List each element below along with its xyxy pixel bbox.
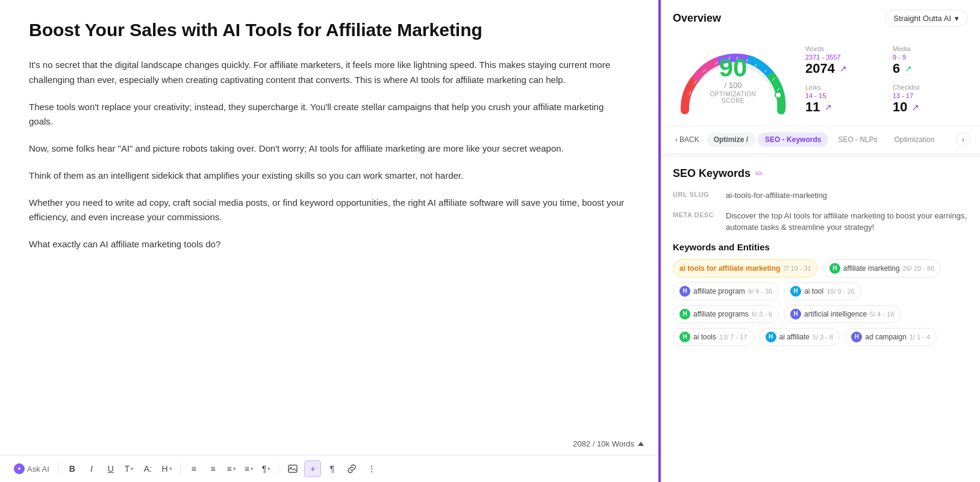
align-left-button[interactable]: ≡	[186, 460, 202, 477]
word-count-chevron[interactable]	[638, 442, 644, 446]
kw-text: ai tools for affiliate marketing	[679, 264, 780, 273]
links-range: 14 - 15	[805, 92, 881, 99]
keyword-chip-2[interactable]: Haffiliate program 9/ 9 - 36	[673, 282, 779, 300]
image-button[interactable]	[284, 460, 302, 477]
ordered-list-icon: ≡	[227, 464, 232, 474]
text-style-dropdown[interactable]: T ▾	[122, 461, 137, 477]
tab-seo-keywords[interactable]: SEO - Keywords	[758, 132, 828, 147]
dropdown-chevron: ▾	[955, 14, 959, 23]
links-label: Links	[805, 84, 881, 91]
kw-text: ai tool	[804, 287, 823, 295]
article-paragraph-5: What exactly can AI affiliate marketing …	[29, 237, 629, 252]
meta-desc-value: Discover the top AI tools for affiliate …	[726, 210, 968, 233]
score-label: OPTIMIZATION SCORE	[703, 91, 763, 104]
underline-button[interactable]: U	[102, 460, 119, 477]
article-paragraph-3: Think of them as an intelligent sidekick…	[29, 168, 629, 184]
tabs-next-button[interactable]: ›	[956, 132, 970, 147]
seo-edit-icon[interactable]: ✏	[755, 168, 763, 179]
toolbar-divider-3	[278, 463, 279, 475]
tab-back-button[interactable]: ‹ BACK	[670, 133, 704, 146]
bold-button[interactable]: B	[64, 460, 81, 477]
media-label: Media	[893, 45, 968, 52]
keyword-chip-0[interactable]: ai tools for affiliate marketing 7/ 10 -…	[673, 259, 818, 277]
keyword-chip-7[interactable]: Hai affiliate 5/ 3 - 8	[759, 328, 840, 346]
kw-count: 7/ 10 - 31	[783, 265, 811, 272]
paragraph2-button[interactable]: ¶	[323, 460, 340, 477]
seo-header: SEO Keywords ✏	[673, 167, 968, 180]
unordered-list-dropdown[interactable]: ≡ ▾	[242, 461, 257, 477]
word-count-bar: 2082 / 10k Words	[573, 439, 644, 448]
links-value: 11	[805, 99, 820, 115]
toolbar-divider-2	[180, 463, 181, 475]
toolbar-divider-1	[58, 463, 59, 475]
words-range: 2371 - 3557	[805, 54, 881, 61]
tab-optimize[interactable]: Optimize /	[707, 132, 755, 147]
keyword-chip-8[interactable]: Had campaign 1/ 1 - 4	[844, 328, 937, 346]
checklist-label: Checklist	[893, 84, 968, 91]
align-center-button[interactable]: ≡	[205, 460, 222, 477]
kw-text: affiliate program	[693, 287, 745, 295]
word-count-text: 2082 / 10k Words	[573, 439, 634, 448]
plus-button[interactable]: +	[304, 460, 321, 477]
tab-seo-nlps[interactable]: SEO - NLPs	[831, 132, 884, 147]
heading-dropdown[interactable]: H ▾	[158, 461, 175, 477]
italic-button[interactable]: I	[83, 460, 100, 477]
url-slug-value: ai-tools-for-affiliate-marketing	[726, 190, 827, 202]
kw-text: affiliate marketing	[843, 264, 900, 273]
article-paragraph-4: Whether you need to write ad copy, craft…	[29, 196, 629, 226]
paragraph-dropdown[interactable]: ¶ ▾	[259, 461, 274, 477]
stat-checklist: Checklist 13 - 17 10 ↗	[893, 84, 968, 115]
more-options-button[interactable]: ⋮	[363, 460, 380, 477]
tabs-section: ‹ BACK Optimize / SEO - Keywords SEO - N…	[661, 126, 980, 153]
ask-ai-button[interactable]: ✦ Ask AI	[10, 460, 54, 477]
right-panel: Overview Straight Outta AI ▾	[661, 0, 980, 482]
article-paragraph-0: It's no secret that the digital landscap…	[29, 58, 629, 88]
article-title: Boost Your Sales with AI Tools for Affil…	[29, 19, 629, 41]
kw-text: ai tools	[693, 333, 716, 341]
seo-title: SEO Keywords	[673, 167, 751, 180]
kw-text: artificial intelligence	[804, 310, 867, 318]
kw-count: 6/ 3 - 6	[752, 311, 772, 318]
kw-badge: H	[679, 309, 690, 320]
kw-text: affiliate programs	[693, 310, 749, 318]
keyword-chip-1[interactable]: Haffiliate marketing 26/ 20 - 80	[823, 259, 941, 277]
tab-optimization[interactable]: Optimization	[887, 132, 942, 147]
kw-count: 18/ 9 - 26	[826, 288, 854, 295]
kw-count: 9/ 9 - 36	[748, 288, 772, 295]
overview-header: Overview Straight Outta AI ▾	[661, 0, 980, 34]
kw-badge: H	[679, 286, 690, 297]
words-value: 2074	[805, 61, 835, 76]
optimization-gauge: 90 / 100 OPTIMIZATION SCORE	[673, 44, 793, 116]
meta-desc-label: META DESC	[673, 211, 716, 218]
ordered-list-dropdown[interactable]: ≡ ▾	[224, 461, 239, 477]
kw-text: ai affiliate	[779, 333, 810, 341]
score-section: 90 / 100 OPTIMIZATION SCORE Words 2371 -…	[661, 34, 980, 126]
keyword-chip-4[interactable]: Haffiliate programs 6/ 3 - 6	[673, 305, 779, 323]
stats-grid: Words 2371 - 3557 2074 ↗ Media 9 - 9 6 ↗…	[805, 45, 968, 115]
keywords-grid: ai tools for affiliate marketing 7/ 10 -…	[673, 259, 968, 346]
kw-badge: H	[790, 309, 801, 320]
stat-words: Words 2371 - 3557 2074 ↗	[805, 45, 881, 76]
svg-point-13	[775, 92, 781, 98]
overview-title: Overview	[673, 12, 721, 25]
media-value: 6	[893, 61, 900, 76]
unordered-list-icon: ≡	[245, 464, 249, 474]
kw-badge: H	[829, 263, 840, 274]
score-number: 90	[703, 55, 763, 81]
checklist-range: 13 - 17	[893, 92, 968, 99]
keyword-chip-3[interactable]: Hai tool 18/ 9 - 26	[784, 282, 861, 300]
article-paragraph-1: These tools won't replace your creativit…	[29, 100, 629, 130]
stat-links: Links 14 - 15 11 ↗	[805, 84, 881, 115]
brand-dropdown[interactable]: Straight Outta AI ▾	[885, 10, 968, 27]
link-button[interactable]	[343, 460, 361, 477]
links-arrow: ↗	[825, 102, 832, 112]
checklist-arrow: ↗	[912, 102, 919, 112]
seo-keywords-section: SEO Keywords ✏ URL SLUG ai-tools-for-aff…	[661, 158, 980, 482]
heading-icon: H	[161, 464, 167, 474]
article-paragraph-2: Now, some folks hear "AI" and picture ro…	[29, 141, 629, 156]
toolbar: ✦ Ask AI B I U T ▾ A: H ▾ ≡ ≡ ≡ ▾ ≡ ▾ ¶ …	[0, 455, 658, 482]
keyword-chip-6[interactable]: Hai tools 13/ 7 - 17	[673, 328, 754, 346]
score-denom: / 100	[703, 81, 763, 90]
keyword-chip-5[interactable]: Hartificial intelligence 5/ 4 - 16	[784, 305, 900, 323]
font-size-button[interactable]: A:	[139, 460, 156, 477]
